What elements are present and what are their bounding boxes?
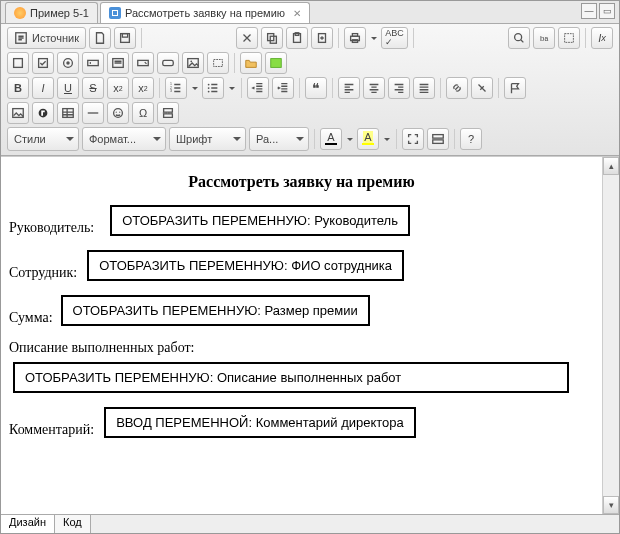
bg-color-button[interactable]: A — [357, 128, 379, 150]
iframe-button[interactable] — [265, 52, 287, 74]
maximize-editor-button[interactable] — [402, 128, 424, 150]
font-dropdown[interactable]: Шрифт — [169, 127, 246, 151]
code-tab[interactable]: Код — [55, 514, 91, 533]
document-body[interactable]: Рассмотреть заявку на премию Руководител… — [1, 157, 602, 514]
scroll-up-button[interactable]: ▴ — [603, 157, 619, 175]
maximize-button[interactable]: ▭ — [599, 3, 615, 19]
align-justify-button[interactable] — [413, 77, 435, 99]
form-icon — [109, 7, 121, 19]
radio-icon — [61, 56, 75, 70]
var-comment[interactable]: ВВОД ПЕРЕМЕННОЙ: Комментарий директора — [104, 407, 416, 438]
help-button[interactable]: ? — [460, 128, 482, 150]
file-tabs: Пример 5-1 Рассмотреть заявку на премию … — [1, 1, 619, 24]
styles-dropdown[interactable]: Стили — [7, 127, 79, 151]
button-button[interactable] — [157, 52, 179, 74]
ul-button[interactable] — [202, 77, 224, 99]
align-right-button[interactable] — [388, 77, 410, 99]
align-left-button[interactable] — [338, 77, 360, 99]
paste-special-button[interactable] — [311, 27, 333, 49]
design-tab[interactable]: Дизайн — [1, 514, 55, 533]
print-button[interactable] — [344, 27, 366, 49]
dropdown-icon — [136, 56, 150, 70]
quote-button[interactable]: ❝ — [305, 77, 327, 99]
svg-rect-24 — [271, 59, 282, 68]
label-comment: Комментарий: — [9, 422, 94, 438]
image-insert-button[interactable] — [7, 102, 29, 124]
link-icon — [450, 81, 464, 95]
flag-icon — [508, 81, 522, 95]
paste-button[interactable] — [286, 27, 308, 49]
superscript-button[interactable]: x2 — [132, 77, 154, 99]
link-button[interactable] — [446, 77, 468, 99]
align-left-icon — [342, 81, 356, 95]
replace-button[interactable]: ba — [533, 27, 555, 49]
source-button[interactable]: Источник — [7, 27, 86, 49]
hr-icon — [86, 106, 100, 120]
bold-button[interactable]: B — [7, 77, 29, 99]
subscript-button[interactable]: x2 — [107, 77, 129, 99]
var-amount[interactable]: ОТОБРАЗИТЬ ПЕРЕМЕННУЮ: Размер премии — [61, 295, 370, 326]
flag-button[interactable] — [504, 77, 526, 99]
spellcheck-button[interactable]: ABC✓ — [381, 27, 408, 49]
printer-icon — [348, 31, 362, 45]
var-employee[interactable]: ОТОБРАЗИТЬ ПЕРЕМЕННУЮ: ФИО сотрудника — [87, 250, 404, 281]
italic-button[interactable]: I — [32, 77, 54, 99]
hr-button[interactable] — [82, 102, 104, 124]
text-color-button[interactable]: А — [320, 128, 342, 150]
show-blocks-button[interactable] — [427, 128, 449, 150]
toolbar-row-3: B I U S x2 x2 123 ❝ — [7, 77, 613, 99]
folder-button[interactable] — [240, 52, 262, 74]
remove-format-button[interactable]: Ix — [591, 27, 613, 49]
hidden-button[interactable] — [207, 52, 229, 74]
smiley-button[interactable] — [107, 102, 129, 124]
indent-button[interactable] — [272, 77, 294, 99]
copy-icon — [265, 31, 279, 45]
find-button[interactable] — [508, 27, 530, 49]
tab-label: Пример 5-1 — [30, 7, 89, 19]
label-description: Описание выполненных работ: — [9, 340, 194, 356]
editor-window: Пример 5-1 Рассмотреть заявку на премию … — [0, 0, 620, 534]
select-button[interactable] — [132, 52, 154, 74]
svg-point-16 — [66, 61, 70, 65]
size-dropdown[interactable]: Ра... — [249, 127, 309, 151]
radio-button[interactable] — [57, 52, 79, 74]
image-icon — [186, 56, 200, 70]
save-button[interactable] — [114, 27, 136, 49]
var-manager[interactable]: ОТОБРАЗИТЬ ПЕРЕМЕННУЮ: Руководитель — [110, 205, 410, 236]
var-description[interactable]: ОТОБРАЗИТЬ ПЕРЕМЕННУЮ: Описание выполнен… — [13, 362, 569, 393]
checkbox-button[interactable] — [32, 52, 54, 74]
textfield-button[interactable] — [82, 52, 104, 74]
copy-button[interactable] — [261, 27, 283, 49]
svg-point-28 — [208, 84, 210, 86]
outdent-button[interactable] — [247, 77, 269, 99]
table-button[interactable] — [57, 102, 79, 124]
save-icon — [118, 31, 132, 45]
textarea-button[interactable] — [107, 52, 129, 74]
file-tab-1[interactable]: Пример 5-1 — [5, 2, 98, 23]
label-manager: Руководитель: — [9, 220, 94, 236]
minimize-button[interactable]: — — [581, 3, 597, 19]
scroll-track[interactable] — [603, 175, 619, 496]
flash-button[interactable] — [32, 102, 54, 124]
file-tab-2[interactable]: Рассмотреть заявку на премию ✕ — [100, 2, 310, 23]
vertical-scrollbar[interactable]: ▴ ▾ — [602, 157, 619, 514]
ol-button[interactable]: 123 — [165, 77, 187, 99]
select-all-button[interactable] — [558, 27, 580, 49]
image-button[interactable] — [182, 52, 204, 74]
textfield-icon — [86, 56, 100, 70]
pagebreak-button[interactable] — [157, 102, 179, 124]
form-button[interactable] — [7, 52, 29, 74]
unlink-button[interactable] — [471, 77, 493, 99]
strike-button[interactable]: S — [82, 77, 104, 99]
underline-button[interactable]: U — [57, 77, 79, 99]
close-icon[interactable]: ✕ — [293, 8, 301, 19]
paste-icon — [290, 31, 304, 45]
align-center-button[interactable] — [363, 77, 385, 99]
new-page-button[interactable] — [89, 27, 111, 49]
svg-point-36 — [119, 112, 120, 113]
special-char-button[interactable]: Ω — [132, 102, 154, 124]
format-dropdown[interactable]: Формат... — [82, 127, 166, 151]
cut-button[interactable] — [236, 27, 258, 49]
svg-text:3: 3 — [170, 89, 172, 93]
scroll-down-button[interactable]: ▾ — [603, 496, 619, 514]
